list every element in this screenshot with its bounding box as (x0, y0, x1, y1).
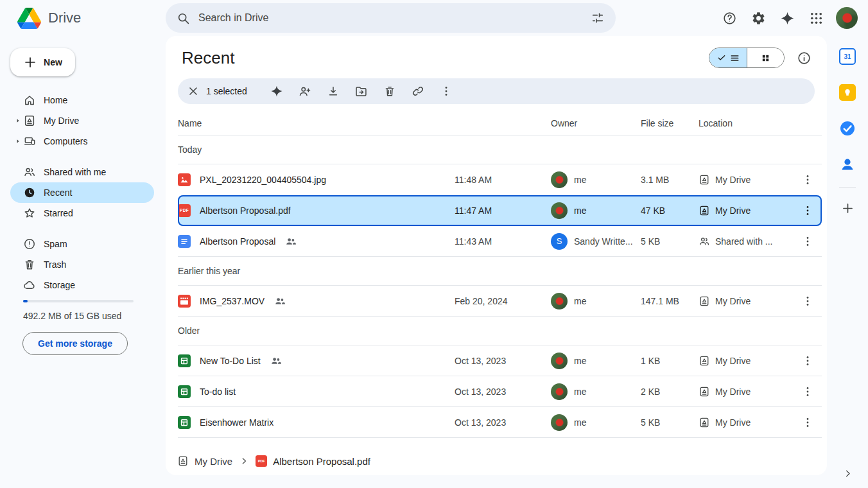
breadcrumb: My Drive PDF Albertson Proposal.pdf (166, 447, 827, 475)
expand-arrow-icon[interactable] (13, 117, 23, 125)
row-menu-button[interactable] (797, 170, 818, 190)
account-avatar[interactable] (836, 7, 858, 29)
sidebar-item-label: Computers (44, 136, 87, 146)
row-menu-button[interactable] (797, 200, 818, 221)
selection-count: 1 selected (206, 86, 247, 96)
file-date: 11:47 AM (455, 205, 551, 216)
row-menu-button[interactable] (797, 381, 818, 402)
more-actions-button[interactable] (435, 80, 458, 103)
row-menu-button[interactable] (797, 231, 818, 252)
sidebar-item-shared-with-me[interactable]: Shared with me (10, 162, 154, 182)
expand-arrow-icon[interactable] (13, 137, 23, 145)
summarize-button[interactable] (265, 80, 288, 103)
search-icon (177, 12, 190, 25)
file-date: Oct 13, 2023 (455, 387, 551, 397)
column-header-location[interactable]: Location (699, 118, 794, 128)
copy-link-button[interactable] (406, 80, 430, 103)
support-button[interactable] (716, 5, 742, 31)
download-button[interactable] (322, 80, 345, 103)
file-location[interactable]: My Drive (715, 296, 751, 306)
list-view-button[interactable] (709, 48, 747, 67)
file-date: Oct 13, 2023 (455, 417, 551, 428)
pdf-file-icon: PDF (178, 204, 191, 217)
file-location[interactable]: My Drive (715, 205, 751, 216)
my-drive-icon (699, 417, 710, 428)
file-location[interactable]: Shared with ... (715, 236, 773, 247)
move-button[interactable] (350, 80, 373, 103)
sidebar-item-starred[interactable]: Starred (10, 203, 154, 223)
owner-avatar (551, 414, 568, 431)
clear-selection-button[interactable] (182, 80, 205, 103)
column-header-size[interactable]: File size (641, 118, 699, 128)
settings-button[interactable] (745, 5, 771, 31)
tune-icon (591, 11, 605, 25)
sidebar-item-label: Recent (44, 187, 72, 198)
sidebar-item-trash[interactable]: Trash (10, 254, 154, 275)
get-addons-button[interactable] (841, 202, 855, 215)
file-row[interactable]: IMG_2537.MOV Feb 20, 2024 me 147.1 MB My… (178, 286, 822, 317)
file-location[interactable]: My Drive (715, 387, 751, 397)
breadcrumb-my-drive[interactable]: My Drive (177, 455, 232, 467)
drive-logo[interactable]: Drive (0, 8, 166, 29)
gemini-button[interactable] (774, 5, 800, 31)
new-button[interactable]: New (10, 48, 75, 76)
column-header-name[interactable]: Name (178, 118, 455, 128)
grid-view-button[interactable] (747, 48, 784, 67)
share-button[interactable] (293, 80, 317, 103)
selection-toolbar: 1 selected (178, 78, 815, 104)
column-header-owner[interactable]: Owner (551, 118, 641, 128)
file-size: 3.1 MB (641, 175, 699, 185)
google-sheet-file-icon (178, 416, 191, 429)
file-date: Feb 20, 2024 (455, 296, 551, 306)
tasks-app-button[interactable] (839, 120, 856, 137)
file-row[interactable]: Eisenhower Matrix Oct 13, 2023 me 5 KB M… (178, 407, 822, 438)
row-menu-button[interactable] (797, 291, 818, 311)
new-button-label: New (44, 57, 62, 67)
trash-icon (383, 85, 396, 98)
search-input[interactable] (198, 12, 577, 24)
more-options-icon (801, 173, 814, 186)
section-label-earlier-this-year: Earlier this year (178, 257, 822, 286)
breadcrumb-current-file[interactable]: PDF Albertson Proposal.pdf (256, 455, 370, 467)
topbar-actions (716, 5, 868, 31)
page-title: Recent (182, 48, 234, 68)
delete-button[interactable] (378, 80, 401, 103)
sidebar-item-recent[interactable]: Recent (10, 182, 154, 203)
keep-icon (839, 84, 856, 101)
owner-name: me (574, 296, 586, 306)
owner-name: me (574, 356, 586, 366)
contacts-app-button[interactable] (839, 156, 856, 173)
keep-app-button[interactable] (839, 84, 856, 101)
file-row[interactable]: To-do list Oct 13, 2023 me 2 KB My Drive (178, 376, 822, 407)
file-row[interactable]: New To-Do List Oct 13, 2023 me 1 KB My D… (178, 345, 822, 376)
file-location[interactable]: My Drive (715, 175, 751, 185)
file-row[interactable]: PXL_20231220_004405504.jpg 11:48 AM me 3… (178, 164, 822, 195)
view-details-button[interactable] (791, 45, 817, 71)
sidebar-item-computers[interactable]: Computers (10, 131, 154, 152)
sidebar-item-spam[interactable]: Spam (10, 234, 154, 254)
sidebar-item-my-drive[interactable]: My Drive (10, 110, 154, 131)
sidebar-item-home[interactable]: Home (10, 90, 154, 110)
file-row-selected[interactable]: PDF Albertson Proposal.pdf 11:47 AM me 4… (178, 195, 822, 226)
file-name: New To-Do List (200, 356, 261, 366)
file-row[interactable]: Albertson Proposal 11:43 AM SSandy Writt… (178, 226, 822, 257)
search-bar[interactable] (166, 3, 616, 33)
file-name: Albertson Proposal (200, 236, 275, 247)
title-row: Recent (166, 36, 827, 74)
owner-name: Sandy Writte... (574, 236, 633, 247)
google-doc-file-icon (178, 235, 191, 248)
file-location[interactable]: My Drive (715, 356, 751, 366)
owner-name: me (574, 175, 586, 185)
clock-icon (23, 186, 36, 199)
row-menu-button[interactable] (797, 351, 818, 371)
side-panel: 31 (827, 36, 868, 488)
search-options-button[interactable] (585, 5, 611, 31)
more-options-icon (801, 354, 814, 367)
file-location[interactable]: My Drive (715, 417, 751, 428)
calendar-app-button[interactable]: 31 (839, 48, 856, 65)
row-menu-button[interactable] (797, 412, 818, 433)
get-more-storage-button[interactable]: Get more storage (22, 332, 128, 355)
sidebar-item-storage[interactable]: Storage (10, 275, 154, 295)
hide-panel-button[interactable] (842, 468, 853, 479)
google-apps-button[interactable] (803, 5, 829, 31)
